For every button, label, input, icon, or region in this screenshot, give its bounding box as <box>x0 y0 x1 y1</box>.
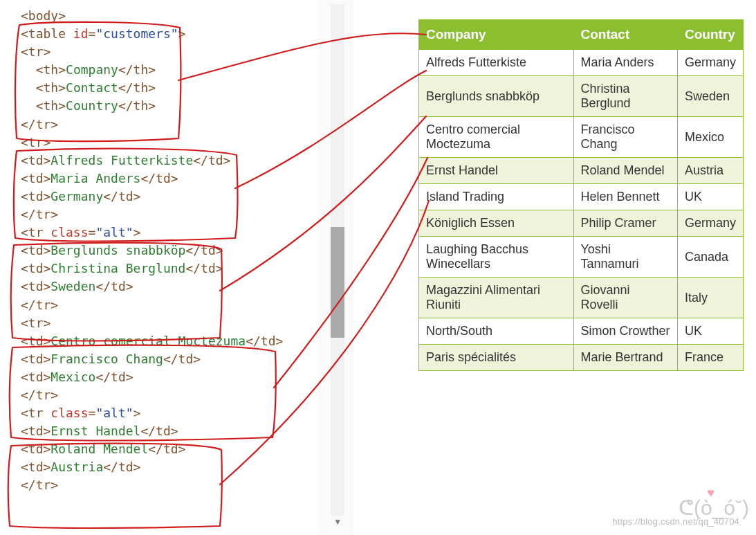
table-row: Ernst HandelRoland MendelAustria <box>419 158 744 184</box>
scroll-down-arrow-icon[interactable]: ▼ <box>332 517 343 524</box>
table-cell: Canada <box>677 237 743 278</box>
table-cell: Centro comercial Moctezuma <box>419 117 574 158</box>
table-cell: North/South <box>419 318 574 345</box>
table-cell: Ernst Handel <box>419 158 574 184</box>
code-panel: <body> <table id="customers"> <tr> <th>C… <box>0 0 318 535</box>
table-cell: Germany <box>677 50 743 76</box>
table-row: Paris spécialitésMarie BertrandFrance <box>419 345 744 371</box>
table-cell: Sweden <box>677 76 743 117</box>
table-cell: Philip Cramer <box>573 210 677 237</box>
table-cell: Christina Berglund <box>573 76 677 117</box>
col-contact: Contact <box>573 20 677 50</box>
watermark-text: https://blog.csdn.net/qq_40704 <box>612 516 739 527</box>
table-cell: Yoshi Tannamuri <box>573 237 677 278</box>
table-cell: Helen Bennett <box>573 184 677 210</box>
table-cell: Magazzini Alimentari Riuniti <box>419 278 574 318</box>
table-cell: Germany <box>677 210 743 237</box>
table-cell: Italy <box>677 278 743 318</box>
vertical-scrollbar-area: ▲ ▼ <box>318 0 353 535</box>
table-row: Alfreds FutterkisteMaria AndersGermany <box>419 50 744 76</box>
table-cell: Giovanni Rovelli <box>573 278 677 318</box>
render-panel: Company Contact Country Alfreds Futterki… <box>353 0 756 535</box>
table-cell: Paris spécialités <box>419 345 574 371</box>
table-cell: Laughing Bacchus Winecellars <box>419 237 574 278</box>
table-header-row: Company Contact Country <box>419 20 744 50</box>
col-company: Company <box>419 20 574 50</box>
table-cell: UK <box>677 184 743 210</box>
table-row: Laughing Bacchus WinecellarsYoshi Tannam… <box>419 237 744 278</box>
table-cell: Island Trading <box>419 184 574 210</box>
table-cell: Alfreds Futterkiste <box>419 50 574 76</box>
table-cell: Francisco Chang <box>573 117 677 158</box>
table-cell: Austria <box>677 158 743 184</box>
table-cell: Berglunds snabbköp <box>419 76 574 117</box>
table-cell: Simon Crowther <box>573 318 677 345</box>
col-country: Country <box>677 20 743 50</box>
table-row: Berglunds snabbköpChristina BerglundSwed… <box>419 76 744 117</box>
table-row: Island TradingHelen BennettUK <box>419 184 744 210</box>
table-cell: Marie Bertrand <box>573 345 677 371</box>
table-row: North/SouthSimon CrowtherUK <box>419 318 744 345</box>
table-cell: Maria Anders <box>573 50 677 76</box>
scroll-thumb[interactable] <box>331 227 344 338</box>
table-cell: Königlich Essen <box>419 210 574 237</box>
table-cell: Mexico <box>677 117 743 158</box>
heart-decoration-icon: ♥ <box>707 486 714 500</box>
table-cell: Roland Mendel <box>573 158 677 184</box>
table-cell: France <box>677 345 743 371</box>
customers-table: Company Contact Country Alfreds Futterki… <box>418 19 744 371</box>
table-row: Centro comercial MoctezumaFrancisco Chan… <box>419 117 744 158</box>
table-cell: UK <box>677 318 743 345</box>
table-row: Königlich EssenPhilip CramerGermany <box>419 210 744 237</box>
table-row: Magazzini Alimentari RiunitiGiovanni Rov… <box>419 278 744 318</box>
